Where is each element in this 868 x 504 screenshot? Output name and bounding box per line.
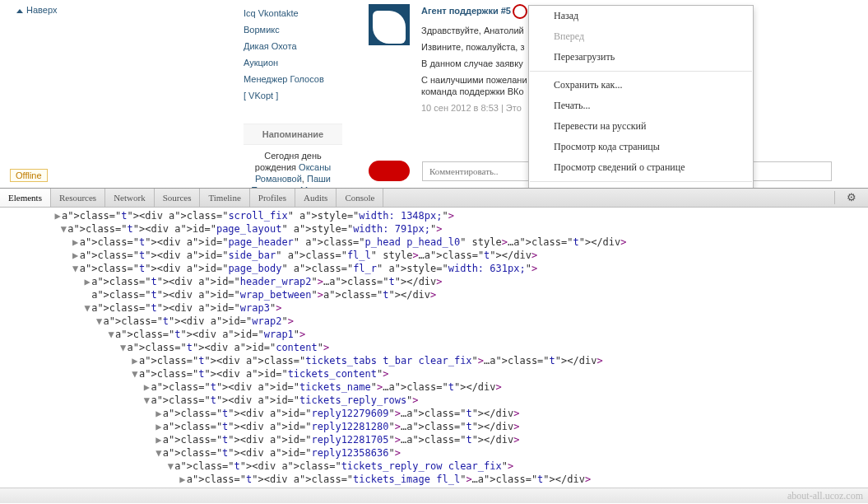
side-item[interactable]: Менеджер Голосов (244, 71, 359, 87)
status-badge: Offline (10, 169, 48, 182)
reminder-today: Сегодня (264, 151, 301, 161)
message-author-id: #5 (501, 6, 511, 16)
tab-elements[interactable]: Elements (0, 189, 51, 207)
ctx-separator (530, 181, 752, 182)
reminder-box: Напоминание Сегодня день рождения Оксаны… (244, 124, 342, 188)
gear-icon[interactable]: ⚙ (834, 191, 868, 204)
ctx-back[interactable]: Назад (529, 6, 753, 26)
scroll-top-label: Наверх (26, 5, 57, 15)
reminder-name[interactable]: Марины (300, 185, 335, 188)
dom-tree[interactable]: ▶a">class="t"><div a">class="scroll_fix"… (0, 208, 868, 488)
reminder-body: Сегодня день рождения Оксаны Романовой, … (244, 145, 342, 188)
tab-profiles[interactable]: Profiles (250, 189, 295, 207)
devtools-tabs: Elements Resources Network Sources Timel… (0, 189, 868, 208)
ctx-print[interactable]: Печать... (529, 96, 753, 116)
ctx-forward: Вперед (529, 26, 753, 47)
tab-console[interactable]: Console (337, 189, 383, 207)
context-menu: Назад Вперед Перезагрузить Сохранить как… (528, 5, 754, 188)
ctx-separator (530, 71, 752, 72)
tab-network[interactable]: Network (105, 189, 155, 207)
devtools: Elements Resources Network Sources Timel… (0, 188, 868, 503)
side-item[interactable]: [ VKopt ] (244, 87, 359, 104)
side-item[interactable]: Вормикс (244, 21, 359, 38)
side-item[interactable]: Аукцион (244, 54, 359, 71)
avatar[interactable] (369, 4, 410, 45)
tab-timeline[interactable]: Timeline (200, 189, 249, 207)
side-item[interactable]: Дикая Охота (244, 38, 359, 54)
message-author[interactable]: Агент поддержки (421, 6, 501, 16)
side-item[interactable]: Icq Vkontakte (244, 5, 359, 21)
ctx-translate[interactable]: Перевести на русский (529, 116, 753, 137)
tab-sources[interactable]: Sources (155, 189, 201, 207)
devtools-status-bar (0, 488, 868, 503)
red-marker (369, 161, 410, 181)
chevron-up-icon (16, 9, 23, 13)
ctx-saveas[interactable]: Сохранить как... (529, 75, 753, 96)
ctx-pageinfo[interactable]: Просмотр сведений о странице (529, 157, 753, 178)
ctx-viewsource[interactable]: Просмотр кода страницы (529, 137, 753, 157)
scroll-top-link[interactable]: Наверх (16, 5, 57, 15)
reminder-title: Напоминание (244, 124, 342, 145)
tab-resources[interactable]: Resources (51, 189, 105, 207)
ctx-clearly[interactable]: aClearly (529, 185, 753, 188)
red-circle-marker (513, 4, 527, 19)
side-menu: Icq Vkontakte Вормикс Дикая Охота Аукцио… (244, 5, 359, 104)
tab-audits[interactable]: Audits (295, 189, 337, 207)
ctx-reload[interactable]: Перезагрузить (529, 47, 753, 68)
